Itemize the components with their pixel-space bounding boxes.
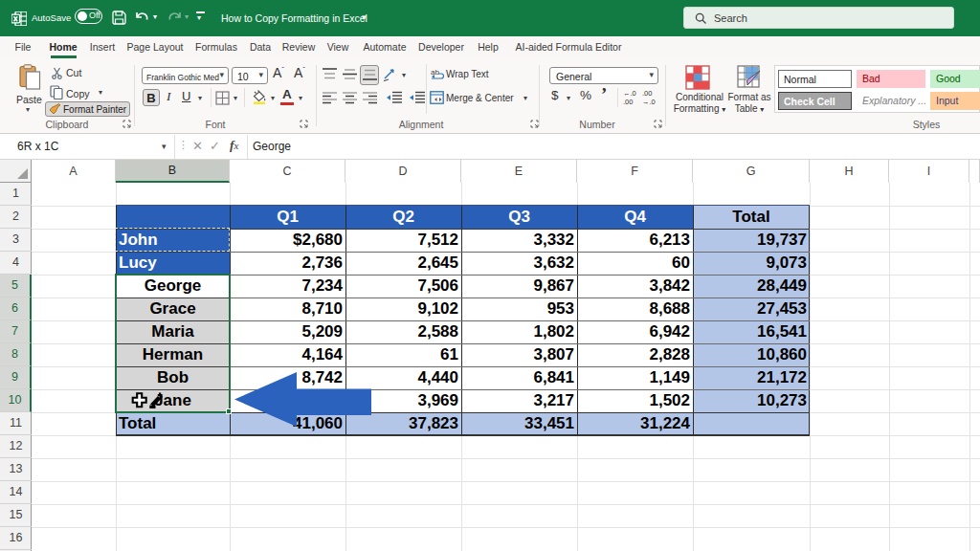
svg-text:ab: ab [431,68,439,77]
